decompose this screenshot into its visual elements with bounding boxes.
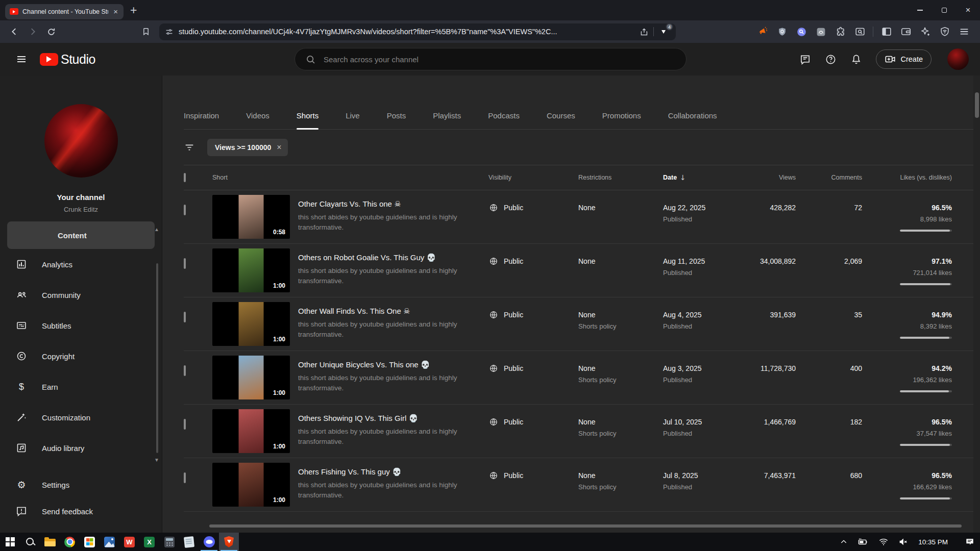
visibility-value[interactable]: Public <box>504 204 523 212</box>
row-checkbox[interactable] <box>184 472 186 483</box>
short-thumbnail[interactable]: 1:00 <box>212 302 290 346</box>
url-bar[interactable]: studio.youtube.com/channel/UCj4k-4V7ljaz… <box>159 23 676 40</box>
table-row[interactable]: 1:00 Other Wall Finds Vs. This One ☠ thi… <box>184 297 973 351</box>
content-tab-promotions[interactable]: Promotions <box>602 111 641 129</box>
content-tab-live[interactable]: Live <box>346 111 360 129</box>
youtube-studio-logo[interactable]: Studio <box>40 52 95 67</box>
site-settings-icon[interactable] <box>164 27 174 37</box>
visibility-value[interactable]: Public <box>504 257 523 265</box>
short-thumbnail[interactable]: 1:00 <box>212 409 290 453</box>
sidebar-item-copyright[interactable]: Copyright <box>0 341 162 371</box>
taskbar-app-store[interactable] <box>80 533 100 551</box>
channel-search-bar[interactable] <box>295 48 687 70</box>
extensions-puzzle-icon[interactable] <box>831 23 849 40</box>
back-button[interactable] <box>5 23 23 40</box>
short-title[interactable]: Other Wall Finds Vs. This One ☠ <box>298 302 476 316</box>
taskbar-app-excel[interactable]: X <box>139 533 159 551</box>
select-all-checkbox[interactable] <box>184 173 186 182</box>
leo-sparkle-icon[interactable] <box>916 23 934 40</box>
short-thumbnail[interactable]: 1:00 <box>212 248 290 292</box>
browser-tab[interactable]: Channel content - YouTube Studi × <box>5 4 124 19</box>
window-minimize-button[interactable] <box>908 0 932 20</box>
share-icon[interactable] <box>639 27 649 37</box>
content-tab-shorts[interactable]: Shorts <box>297 111 318 129</box>
row-checkbox[interactable] <box>184 312 186 322</box>
taskbar-app-chrome[interactable] <box>60 533 80 551</box>
browser-menu-icon[interactable] <box>955 23 973 40</box>
header-date[interactable]: Date ↓ <box>663 173 745 182</box>
help-icon[interactable] <box>825 54 837 65</box>
row-checkbox[interactable] <box>184 419 186 430</box>
content-tab-posts[interactable]: Posts <box>387 111 406 129</box>
chevron-up-icon[interactable] <box>840 538 848 546</box>
content-tab-podcasts[interactable]: Podcasts <box>488 111 520 129</box>
taskbar-app-search[interactable] <box>20 533 40 551</box>
page-scrollbar[interactable] <box>973 76 980 533</box>
short-thumbnail[interactable]: 0:58 <box>212 195 290 239</box>
create-button[interactable]: Create <box>876 49 932 69</box>
short-title[interactable]: Others on Robot Goalie Vs. This Guy 💀 <box>298 248 476 262</box>
table-row[interactable]: 1:00 Ohers Fishing Vs. This guy 💀 this s… <box>184 458 973 512</box>
taskbar-app-brave[interactable] <box>219 533 239 551</box>
reload-button[interactable] <box>42 23 60 40</box>
wallet-icon[interactable] <box>897 23 915 40</box>
taskbar-app-photos[interactable] <box>100 533 119 551</box>
new-tab-button[interactable]: + <box>130 4 137 17</box>
taskbar-app-wps[interactable]: W <box>119 533 139 551</box>
filter-chip-close-icon[interactable]: × <box>277 143 281 152</box>
content-tab-collaborations[interactable]: Collaborations <box>668 111 717 129</box>
sidebar-item-customization[interactable]: Customization <box>0 402 162 433</box>
sidebar-scroll-up-icon[interactable]: ▲ <box>154 227 159 232</box>
content-tab-playlists[interactable]: Playlists <box>433 111 461 129</box>
vpn-shield-icon[interactable] <box>936 23 953 40</box>
taskbar-app-start[interactable] <box>0 533 20 551</box>
short-title[interactable]: Other Unique Bicycles Vs. This one 💀 <box>298 356 476 369</box>
sidebar-item-community[interactable]: Community <box>0 280 162 310</box>
taskbar-clock[interactable]: 10:35 PM <box>918 538 948 546</box>
channel-avatar[interactable] <box>44 104 118 178</box>
visibility-value[interactable]: Public <box>504 311 523 319</box>
header-comments[interactable]: Comments <box>796 174 862 181</box>
volume-muted-icon[interactable] <box>898 537 909 546</box>
pet-app-extension-icon[interactable] <box>812 23 830 40</box>
feedback-icon[interactable] <box>799 54 811 65</box>
header-likes[interactable]: Likes (vs. dislikes) <box>862 174 952 181</box>
row-checkbox[interactable] <box>184 205 186 215</box>
horizontal-scrollbar[interactable] <box>209 524 962 528</box>
short-title[interactable]: Ohers Fishing Vs. This guy 💀 <box>298 463 476 477</box>
header-restrictions[interactable]: Restrictions <box>578 174 663 181</box>
window-search-icon[interactable] <box>851 23 869 40</box>
window-maximize-button[interactable] <box>932 0 956 20</box>
sidebar-item-subtitles[interactable]: Subtitles <box>0 310 162 341</box>
filter-chip[interactable]: Views >= 100000 × <box>207 139 288 156</box>
taskbar-app-discord[interactable] <box>199 533 219 551</box>
content-tab-inspiration[interactable]: Inspiration <box>184 111 219 129</box>
action-center-icon[interactable] <box>965 537 975 546</box>
row-checkbox[interactable] <box>184 365 186 376</box>
visibility-value[interactable]: Public <box>504 471 523 480</box>
short-title[interactable]: Other Clayarts Vs. This one ☠ <box>298 195 476 209</box>
sidebar-toggle-icon[interactable] <box>877 23 895 40</box>
taskbar-app-explorer[interactable] <box>40 533 60 551</box>
table-row[interactable]: 1:00 Other Unique Bicycles Vs. This one … <box>184 351 973 405</box>
forward-button[interactable] <box>23 23 42 40</box>
content-tab-courses[interactable]: Courses <box>547 111 575 129</box>
sidebar-scroll-down-icon[interactable]: ▼ <box>154 457 159 463</box>
account-avatar[interactable] <box>947 48 969 70</box>
window-close-button[interactable]: × <box>956 0 980 20</box>
sidebar-item-audio-library[interactable]: Audio library <box>0 433 162 463</box>
sidebar-item-earn[interactable]: $ Earn <box>0 371 162 402</box>
studio-menu-icon[interactable] <box>11 49 32 69</box>
content-tab-videos[interactable]: Videos <box>246 111 270 129</box>
header-views[interactable]: Views <box>745 174 796 181</box>
visibility-value[interactable]: Public <box>504 418 523 426</box>
short-title[interactable]: Others Showing IQ Vs. This Girl 💀 <box>298 409 476 423</box>
wifi-icon[interactable] <box>878 538 889 546</box>
short-thumbnail[interactable]: 1:00 <box>212 463 290 507</box>
privacy-shield-extension-icon[interactable] <box>773 23 791 40</box>
visibility-value[interactable]: Public <box>504 364 523 372</box>
sidebar-item-send-feedback[interactable]: Send feedback <box>0 498 162 524</box>
channel-search-input[interactable] <box>324 55 676 64</box>
header-visibility[interactable]: Visibility <box>488 174 578 181</box>
sidebar-item-analytics[interactable]: Analytics <box>0 249 162 280</box>
